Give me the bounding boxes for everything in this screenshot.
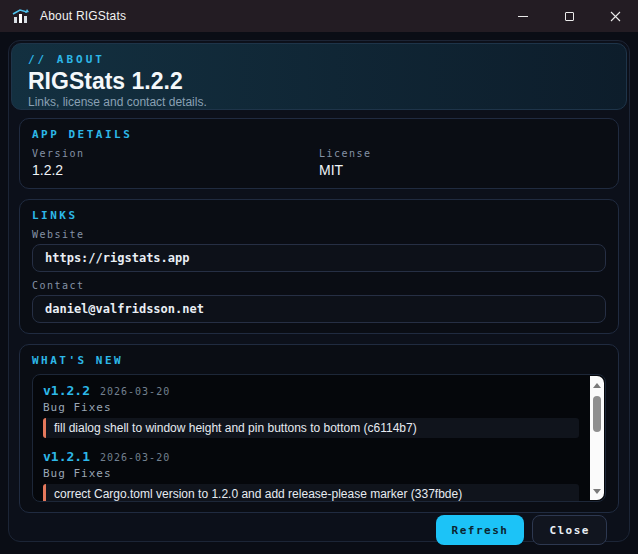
- window-controls: [500, 0, 638, 32]
- changelog-item: fill dialog shell to window height and p…: [43, 418, 579, 438]
- app-details-card: APP DETAILS Version 1.2.2 License MIT: [19, 118, 619, 189]
- license-value: MIT: [319, 162, 606, 178]
- minimize-button[interactable]: [500, 0, 546, 32]
- changelog-item: correct Cargo.toml version to 1.2.0 and …: [43, 484, 579, 502]
- changelog-entry: v1.2.1 2026-03-20 Bug Fixes correct Carg…: [43, 449, 579, 502]
- scroll-down-arrow-icon[interactable]: [590, 484, 604, 498]
- whats-new-card: WHAT'S NEW v1.2.2 2026-03-20 Bug Fixes f…: [19, 344, 619, 513]
- contact-label: Contact: [32, 280, 606, 291]
- scrollbar-thumb[interactable]: [593, 396, 601, 432]
- scroll-up-arrow-icon[interactable]: [590, 378, 604, 392]
- whats-new-heading: WHAT'S NEW: [32, 354, 606, 367]
- version-label: Version: [32, 148, 319, 159]
- bar-chart-trend-icon: [12, 8, 30, 24]
- page-subtitle: Links, license and contact details.: [28, 95, 610, 109]
- changelog-scrollbox[interactable]: v1.2.2 2026-03-20 Bug Fixes fill dialog …: [32, 374, 606, 502]
- website-label: Website: [32, 229, 606, 240]
- links-card: LINKS Website https://rigstats.app Conta…: [19, 199, 619, 334]
- about-header-banner: // ABOUT RIGStats 1.2.2 Links, license a…: [11, 43, 627, 110]
- window-title: About RIGStats: [40, 9, 126, 23]
- changelog-section: Bug Fixes: [43, 467, 579, 480]
- changelog-version: v1.2.1: [43, 449, 90, 464]
- close-button[interactable]: Close: [532, 515, 607, 545]
- license-label: License: [319, 148, 606, 159]
- refresh-button[interactable]: Refresh: [436, 515, 525, 545]
- maximize-icon: [565, 12, 574, 21]
- contact-link[interactable]: daniel@valfridsson.net: [32, 295, 606, 323]
- close-window-button[interactable]: [592, 0, 638, 32]
- license-field: License MIT: [319, 148, 606, 178]
- about-eyebrow: // ABOUT: [28, 53, 610, 66]
- close-icon: [610, 11, 621, 22]
- minimize-icon: [518, 16, 528, 17]
- version-value: 1.2.2: [32, 162, 319, 178]
- changelog-entry: v1.2.2 2026-03-20 Bug Fixes fill dialog …: [43, 383, 579, 438]
- changelog-date: 2026-03-20: [100, 386, 170, 397]
- changelog-version: v1.2.2: [43, 383, 90, 398]
- maximize-button[interactable]: [546, 0, 592, 32]
- page-title: RIGStats 1.2.2: [28, 68, 610, 94]
- dialog-footer: Refresh Close: [19, 513, 619, 545]
- changelog-section: Bug Fixes: [43, 401, 579, 414]
- changelog-scrollbar[interactable]: [590, 376, 604, 500]
- about-dialog: // ABOUT RIGStats 1.2.2 Links, license a…: [8, 40, 630, 542]
- dialog-content: APP DETAILS Version 1.2.2 License MIT LI…: [11, 110, 627, 545]
- titlebar: About RIGStats: [0, 0, 638, 32]
- website-link[interactable]: https://rigstats.app: [32, 244, 606, 272]
- app-details-heading: APP DETAILS: [32, 128, 606, 141]
- changelog-date: 2026-03-20: [100, 452, 170, 463]
- links-heading: LINKS: [32, 209, 606, 222]
- version-field: Version 1.2.2: [32, 148, 319, 178]
